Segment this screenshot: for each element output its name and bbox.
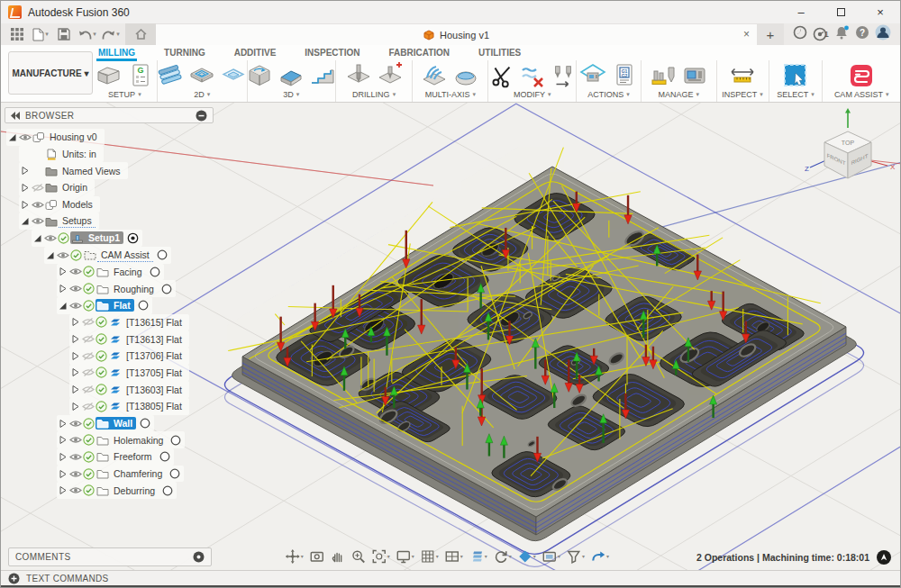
3d-pocket-icon[interactable]: [277, 61, 305, 90]
tree-row[interactable]: Facing: [57, 264, 164, 281]
group-label-inspect[interactable]: INSPECT▾: [722, 90, 763, 99]
simulate-icon[interactable]: [578, 61, 607, 90]
expander-icon[interactable]: [57, 485, 68, 495]
tree-item-label[interactable]: [T13706] Flat: [123, 349, 186, 362]
visibility-eye-icon[interactable]: [81, 316, 95, 328]
expander-icon[interactable]: [69, 384, 81, 394]
expander-icon[interactable]: [57, 301, 68, 311]
operation-ring-icon[interactable]: [138, 300, 149, 311]
flow-icon[interactable]: [451, 61, 480, 90]
expand-text-commands-icon[interactable]: [8, 573, 20, 584]
tool-reorder-icon[interactable]: [550, 61, 577, 90]
group-label-3d[interactable]: 3D▾: [283, 90, 299, 99]
visibility-eye-icon[interactable]: [68, 266, 82, 277]
expander-icon[interactable]: [57, 452, 68, 462]
expander-icon[interactable]: [69, 402, 81, 412]
tree-item-label[interactable]: Flat: [110, 299, 134, 312]
expander-icon[interactable]: [57, 435, 68, 445]
toolpath-playback-icon[interactable]: ▾: [588, 547, 612, 565]
new-setup-icon[interactable]: [95, 61, 123, 90]
visibility-eye-icon[interactable]: [81, 350, 95, 362]
cam-assist-icon[interactable]: [847, 61, 876, 90]
bell-icon[interactable]: [834, 25, 850, 43]
filter-icon[interactable]: ▾: [564, 547, 587, 565]
visibility-eye-icon[interactable]: [81, 384, 95, 395]
expander-icon[interactable]: [69, 317, 81, 327]
tree-row[interactable]: [T13705] Flat: [69, 365, 189, 382]
operation-ring-icon[interactable]: [150, 267, 160, 277]
visibility-eye-icon[interactable]: [18, 131, 32, 143]
visibility-eye-icon[interactable]: [68, 451, 82, 463]
operation-ring-icon[interactable]: [159, 451, 170, 462]
visibility-eye-icon[interactable]: [31, 199, 44, 211]
refresh-icon[interactable]: ▾: [491, 547, 514, 565]
assistant-icon[interactable]: [877, 550, 891, 565]
tree-row[interactable]: [T13805] Flat: [69, 398, 189, 415]
tree-item-label[interactable]: Models: [59, 198, 96, 211]
tree-item-label[interactable]: Units: in: [59, 148, 100, 160]
tab-inspection[interactable]: INSPECTION: [303, 46, 361, 61]
redo-icon[interactable]: ▾: [100, 25, 122, 43]
tap-icon[interactable]: [376, 61, 405, 90]
operation-ring-icon[interactable]: [157, 249, 168, 260]
fit-icon[interactable]: ▾: [369, 547, 393, 565]
group-label-select[interactable]: SELECT▾: [777, 90, 815, 99]
tree-row[interactable]: Models: [19, 196, 100, 213]
tree-item-label[interactable]: Setups: [59, 214, 96, 228]
group-label-cam-assist[interactable]: CAM ASSIST▾: [834, 90, 889, 99]
2d-pocket-icon[interactable]: [187, 61, 216, 90]
tree-item-label[interactable]: [T13705] Flat: [123, 366, 186, 379]
expander-icon[interactable]: [19, 216, 31, 226]
grid-snaps-icon[interactable]: ▾: [418, 547, 441, 565]
tree-item-label[interactable]: Deburring: [110, 484, 159, 497]
tree-row[interactable]: Setup1: [32, 230, 142, 247]
tree-row[interactable]: [T13706] Flat: [69, 348, 189, 365]
tree-row[interactable]: Chamfering: [57, 466, 184, 483]
tool-library-icon[interactable]: [649, 61, 678, 90]
tree-row[interactable]: Holemaking: [57, 431, 185, 448]
visibility-eye-icon[interactable]: [81, 366, 95, 378]
zoom-icon[interactable]: [349, 547, 369, 565]
comments-bar[interactable]: COMMENTS: [8, 547, 212, 566]
tree-item-label[interactable]: Holemaking: [110, 434, 167, 447]
tree-row[interactable]: CAM Assist: [44, 247, 171, 264]
tree-item-label[interactable]: [T13613] Flat: [123, 333, 186, 346]
visibility-eye-icon[interactable]: [81, 401, 95, 412]
text-commands-bar[interactable]: TEXT COMMANDS: [1, 570, 900, 588]
group-label-modify[interactable]: MODIFY▾: [514, 90, 551, 99]
3d-adaptive-icon[interactable]: [245, 61, 274, 90]
tree-item-label[interactable]: Facing: [110, 266, 146, 278]
tree-row[interactable]: Named Views: [19, 162, 128, 179]
expander-icon[interactable]: [19, 200, 31, 210]
home-tab-button[interactable]: [125, 23, 156, 45]
group-label-2d[interactable]: 2D▾: [194, 90, 210, 99]
post-process-icon[interactable]: G1G2: [610, 61, 639, 90]
3d-contour-icon[interactable]: [308, 61, 337, 90]
tree-item-label[interactable]: [T13615] Flat: [123, 316, 186, 329]
group-label-actions[interactable]: ACTIONS▾: [587, 90, 630, 99]
visibility-eye-icon[interactable]: [56, 249, 69, 261]
tree-row[interactable]: Units: in: [19, 146, 104, 163]
operation-ring-icon[interactable]: [162, 485, 173, 496]
visibility-eye-icon[interactable]: [68, 484, 82, 496]
close-button[interactable]: ×: [860, 1, 900, 23]
tree-row[interactable]: Wall: [57, 415, 154, 432]
expander-icon[interactable]: [19, 166, 31, 176]
tree-row[interactable]: Origin: [19, 179, 95, 196]
visibility-eye-icon[interactable]: [68, 418, 82, 430]
display-settings-icon[interactable]: ▾: [394, 547, 417, 565]
compare-icon[interactable]: ▾: [515, 547, 539, 565]
expander-icon[interactable]: [69, 334, 81, 344]
tree-row[interactable]: [T13613] Flat: [69, 330, 189, 348]
tree-row[interactable]: Roughing: [57, 280, 176, 297]
new-tab-button[interactable]: +: [757, 23, 784, 45]
expander-icon[interactable]: [57, 469, 68, 479]
tree-item-label[interactable]: Roughing: [110, 283, 158, 295]
viewport-canvas[interactable]: TOP FRONT RIGHT Z X BROWSER Housing v0Un…: [1, 103, 900, 570]
visibility-eye-icon[interactable]: [68, 283, 82, 294]
collapse-panel-icon[interactable]: [11, 112, 20, 120]
document-tab[interactable]: Housing v1 ×: [156, 23, 757, 45]
workspace-selector[interactable]: MANUFACTURE ▾: [8, 51, 93, 95]
visibility-eye-icon[interactable]: [68, 468, 82, 480]
tree-item-label[interactable]: [T13603] Flat: [123, 384, 186, 396]
